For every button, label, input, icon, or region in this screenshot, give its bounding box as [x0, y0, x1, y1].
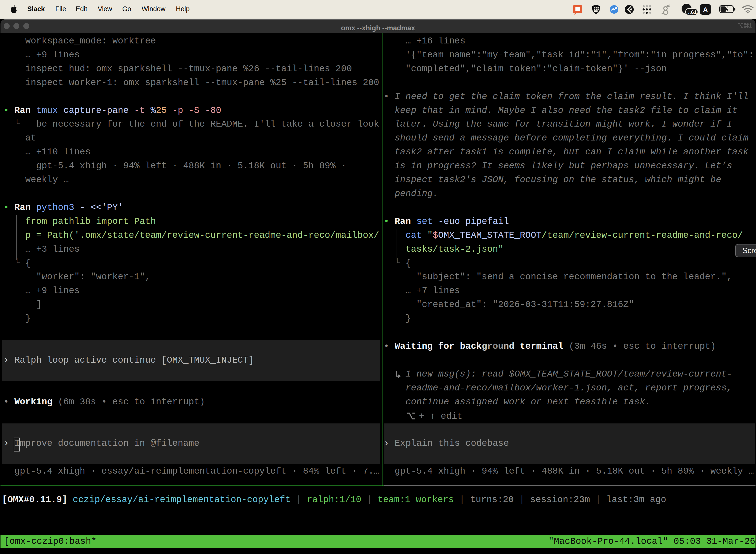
svg-text:A: A: [703, 6, 708, 14]
svg-text:1: 1: [749, 22, 752, 28]
svg-text:..61: ..61: [688, 9, 697, 15]
